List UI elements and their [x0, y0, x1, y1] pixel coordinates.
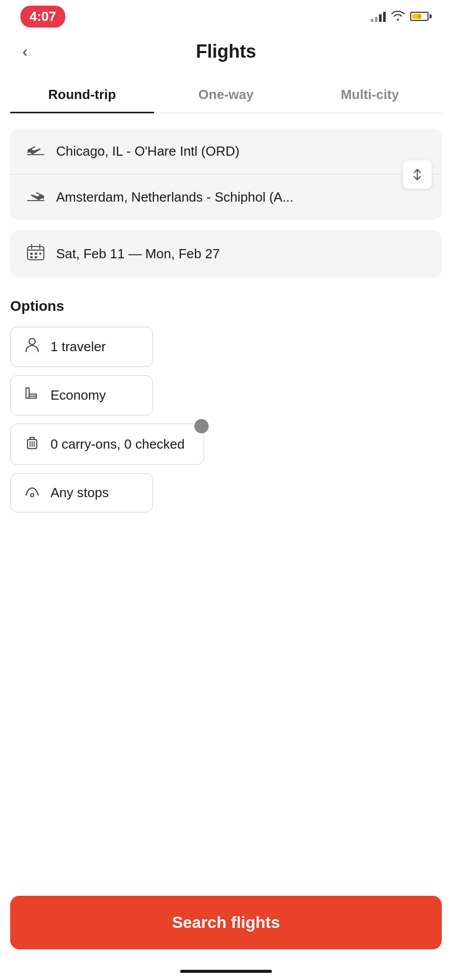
destination-row[interactable]: Amsterdam, Netherlands - Schiphol (A... [10, 175, 442, 220]
seat-icon [23, 386, 41, 405]
stops-icon [23, 484, 41, 502]
wifi-icon [391, 10, 405, 23]
search-button-container: Search flights [10, 896, 442, 949]
destination-text: Amsterdam, Netherlands - Schiphol (A... [56, 189, 293, 205]
person-icon [23, 337, 41, 356]
cabin-class-button[interactable]: Economy [10, 375, 153, 415]
baggage-button[interactable]: 0 carry-ons, 0 checked [10, 424, 204, 465]
stops-label: Any stops [51, 485, 109, 501]
search-flights-button[interactable]: Search flights [10, 896, 442, 949]
cabin-class-label: Economy [51, 387, 106, 403]
date-card[interactable]: Sat, Feb 11 — Mon, Feb 27 [10, 230, 442, 278]
origin-row[interactable]: Chicago, IL - O'Hare Intl (ORD) [10, 129, 442, 175]
tab-round-trip[interactable]: Round-trip [10, 78, 154, 113]
svg-rect-1 [30, 253, 33, 255]
signal-icon [371, 11, 386, 22]
luggage-icon [23, 434, 41, 454]
status-time: 4:07 [20, 6, 65, 28]
origin-text: Chicago, IL - O'Hare Intl (ORD) [56, 143, 239, 159]
page-title: Flights [196, 41, 256, 62]
back-button[interactable]: ‹ [18, 40, 32, 63]
travelers-label: 1 traveler [51, 339, 106, 355]
date-display: Sat, Feb 11 — Mon, Feb 27 [56, 246, 220, 262]
svg-rect-2 [35, 253, 37, 255]
back-arrow-icon: ‹ [22, 44, 28, 59]
battery-icon [410, 12, 432, 21]
svg-rect-3 [39, 253, 41, 255]
status-icons [371, 10, 432, 23]
tab-one-way[interactable]: One-way [154, 78, 298, 113]
svg-rect-4 [30, 256, 33, 258]
header: ‹ Flights [0, 31, 452, 72]
baggage-label: 0 carry-ons, 0 checked [51, 436, 185, 452]
route-card: Chicago, IL - O'Hare Intl (ORD) Amsterda… [10, 129, 442, 220]
calendar-icon [26, 243, 46, 264]
svg-rect-5 [35, 256, 37, 258]
svg-point-6 [29, 338, 35, 345]
options-section: Options 1 traveler Economy [0, 298, 452, 512]
svg-point-8 [31, 494, 34, 497]
options-title: Options [10, 298, 442, 314]
plane-takeoff-icon [26, 142, 46, 161]
status-bar: 4:07 [0, 0, 452, 31]
travelers-button[interactable]: 1 traveler [10, 327, 153, 367]
stops-button[interactable]: Any stops [10, 473, 153, 512]
baggage-dot-indicator [194, 419, 209, 433]
home-indicator [180, 970, 272, 973]
plane-landing-icon [26, 188, 46, 207]
tab-multi-city[interactable]: Multi-city [298, 78, 442, 113]
swap-button[interactable] [403, 160, 432, 189]
trip-type-tabs: Round-trip One-way Multi-city [10, 78, 442, 113]
